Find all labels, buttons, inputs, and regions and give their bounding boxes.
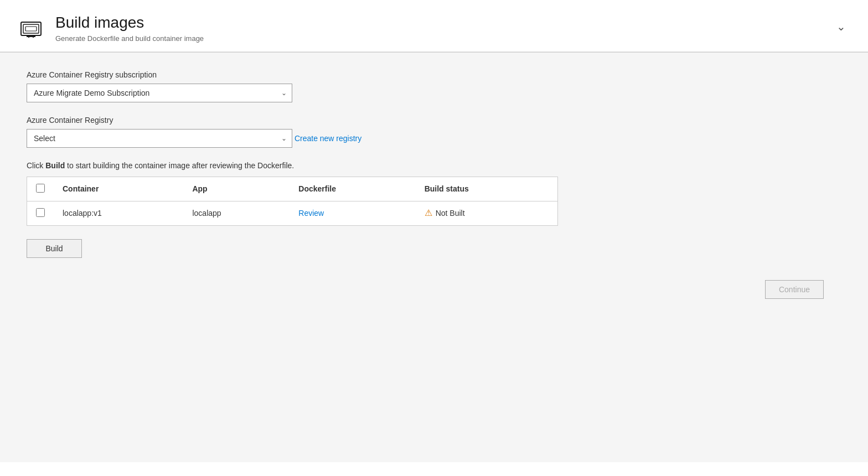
registry-field-group: Azure Container Registry Select ⌄ Create… — [27, 116, 558, 148]
table-header-dockerfile: Dockerfile — [290, 177, 415, 201]
page-header: Build images Generate Dockerfile and bui… — [0, 0, 868, 52]
build-status: ⚠ Not Built — [425, 209, 549, 218]
row-app-cell: localapp — [183, 201, 290, 225]
app-name: localapp — [192, 209, 221, 218]
table-header-checkbox-col — [27, 177, 54, 201]
subscription-field-group: Azure Container Registry subscription Az… — [27, 70, 558, 102]
collapse-button[interactable]: ⌄ — [832, 15, 850, 38]
table-header: Container App Dockerfile Build status — [27, 177, 558, 201]
form-section: Azure Container Registry subscription Az… — [27, 70, 558, 258]
build-status-text: Not Built — [436, 209, 465, 218]
registry-select[interactable]: Select — [27, 129, 292, 148]
row-build-status-cell: ⚠ Not Built — [416, 201, 558, 225]
continue-button[interactable]: Continue — [765, 280, 824, 299]
table-header-app: App — [183, 177, 290, 201]
main-content: Azure Container Registry subscription Az… — [0, 53, 868, 462]
instruction-prefix: Click — [27, 161, 45, 170]
svg-rect-5 — [25, 27, 37, 31]
registry-label: Azure Container Registry — [27, 116, 558, 125]
table-header-row: Container App Dockerfile Build status — [27, 177, 558, 201]
table-header-container: Container — [54, 177, 183, 201]
registry-select-wrapper: Select ⌄ — [27, 129, 292, 148]
header-text: Build images Generate Dockerfile and bui… — [55, 13, 204, 43]
header-left: Build images Generate Dockerfile and bui… — [18, 13, 204, 43]
container-name: localapp:v1 — [63, 209, 102, 218]
row-dockerfile-cell: Review — [290, 201, 415, 225]
subscription-select[interactable]: Azure Migrate Demo Subscription — [27, 84, 292, 102]
instruction-suffix: to start building the container image af… — [65, 161, 294, 170]
table-header-build-status: Build status — [416, 177, 558, 201]
create-registry-link[interactable]: Create new registry — [294, 134, 361, 143]
review-link[interactable]: Review — [298, 209, 324, 218]
select-all-checkbox[interactable] — [36, 184, 45, 193]
build-button[interactable]: Build — [27, 239, 82, 258]
subscription-select-wrapper: Azure Migrate Demo Subscription ⌄ — [27, 84, 292, 102]
row-checkbox-cell — [27, 201, 54, 225]
page-title: Build images — [55, 13, 204, 32]
build-images-icon — [18, 15, 44, 42]
footer-actions: Continue — [27, 271, 841, 308]
warning-icon: ⚠ — [425, 209, 432, 218]
table-body: localapp:v1 localapp Review ⚠ Not Built — [27, 201, 558, 225]
build-button-section: Build — [27, 239, 558, 258]
row-container-cell: localapp:v1 — [54, 201, 183, 225]
containers-table: Container App Dockerfile Build status lo… — [27, 177, 558, 226]
page-subtitle: Generate Dockerfile and build container … — [55, 34, 204, 43]
instruction-bold: Build — [45, 161, 65, 170]
table-row: localapp:v1 localapp Review ⚠ Not Built — [27, 201, 558, 225]
subscription-label: Azure Container Registry subscription — [27, 70, 558, 79]
instruction-text: Click Build to start building the contai… — [27, 161, 558, 170]
row-checkbox[interactable] — [36, 208, 45, 217]
